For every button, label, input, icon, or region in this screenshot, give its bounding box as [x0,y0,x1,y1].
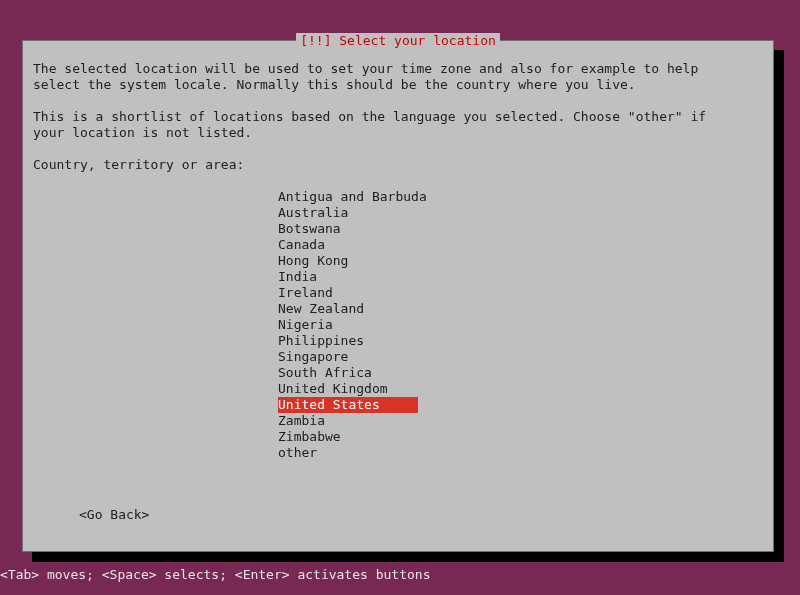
country-option[interactable]: Zimbabwe [278,429,418,445]
country-option[interactable]: India [278,269,418,285]
go-back-button[interactable]: <Go Back> [79,507,149,523]
country-option[interactable]: Botswana [278,221,418,237]
country-option[interactable]: United States [278,397,418,413]
description-para-1: The selected location will be used to se… [33,61,763,93]
status-bar: <Tab> moves; <Space> selects; <Enter> ac… [0,567,430,583]
country-option[interactable]: Singapore [278,349,418,365]
dialog-title: [!!] Select your location [296,33,500,48]
country-option[interactable]: Philippines [278,333,418,349]
country-option[interactable]: Australia [278,205,418,221]
country-option[interactable]: South Africa [278,365,418,381]
country-option[interactable]: Ireland [278,285,418,301]
country-option[interactable]: Nigeria [278,317,418,333]
dialog-content: The selected location will be used to se… [33,61,763,461]
country-option[interactable]: Hong Kong [278,253,418,269]
country-list[interactable]: Antigua and BarbudaAustraliaBotswanaCana… [278,189,763,461]
description-para-2: This is a shortlist of locations based o… [33,109,763,141]
country-option[interactable]: Canada [278,237,418,253]
country-option[interactable]: United Kingdom [278,381,418,397]
country-option[interactable]: Antigua and Barbuda [278,189,418,205]
country-option[interactable]: New Zealand [278,301,418,317]
dialog-title-row: [!!] Select your location [23,33,773,49]
country-option[interactable]: Zambia [278,413,418,429]
field-prompt: Country, territory or area: [33,157,763,173]
location-dialog: [!!] Select your location The selected l… [22,40,774,552]
country-option[interactable]: other [278,445,418,461]
